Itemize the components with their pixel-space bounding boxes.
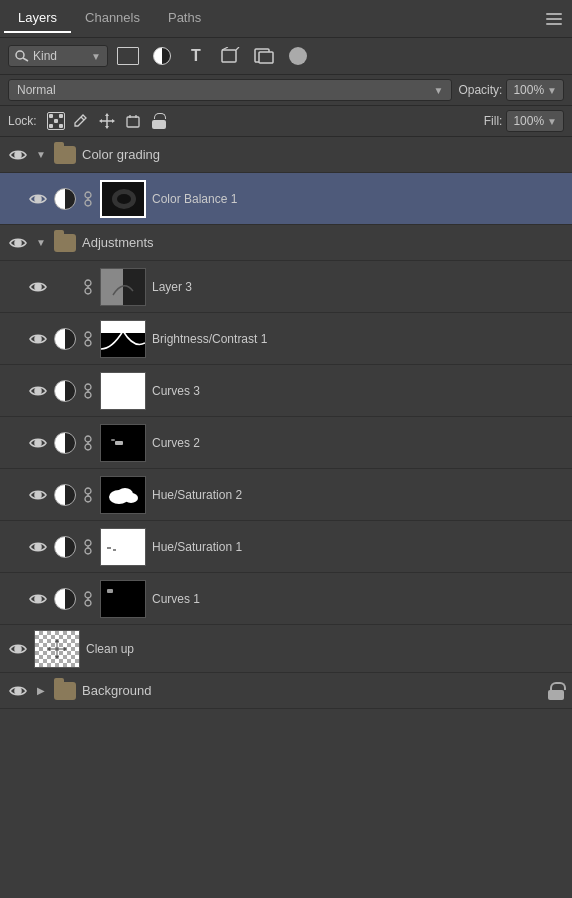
layer-curves-2[interactable]: Curves 2 (0, 417, 572, 469)
svg-point-35 (35, 388, 41, 394)
fill-label: Fill: (484, 114, 503, 128)
svg-rect-6 (259, 52, 273, 63)
eye-curves1[interactable] (28, 589, 48, 609)
eye-layer3[interactable] (28, 277, 48, 297)
eye-adjustments[interactable] (8, 233, 28, 253)
filter-shape-button[interactable] (216, 43, 244, 69)
layer-name-curves2: Curves 2 (152, 436, 564, 450)
eye-huesat1[interactable] (28, 537, 48, 557)
group-name-adjustments: Adjustments (82, 235, 154, 250)
panel-menu-button[interactable] (540, 7, 568, 31)
opacity-label: Opacity: (458, 83, 502, 97)
svg-point-24 (15, 240, 21, 246)
eye-curves3[interactable] (28, 381, 48, 401)
blend-opacity-row: Normal ▼ Opacity: 100% ▼ (0, 75, 572, 106)
folder-icon-adjustments (54, 234, 76, 252)
opacity-input[interactable]: 100% ▼ (506, 79, 564, 101)
link-icon-huesat2 (82, 484, 94, 506)
layer-curves-1[interactable]: Curves 1 (0, 573, 572, 625)
svg-rect-14 (127, 117, 139, 127)
group-adjustments[interactable]: Adjustments (0, 225, 572, 261)
eye-brightness-contrast[interactable] (28, 329, 48, 349)
fold-arrow-color-grading[interactable] (34, 148, 48, 162)
svg-point-23 (117, 194, 131, 204)
kind-row: Kind ▼ T (0, 38, 572, 75)
link-icon-brightness (82, 328, 94, 350)
svg-rect-32 (85, 340, 91, 346)
eye-curves2[interactable] (28, 433, 48, 453)
layer-name-huesat1: Hue/Saturation 1 (152, 540, 564, 554)
layer-layer3[interactable]: Layer 3 (0, 261, 572, 313)
link-icon-curves2 (82, 432, 94, 454)
layer-huesat-1[interactable]: Hue/Saturation 1 (0, 521, 572, 573)
lock-transparent-button[interactable] (47, 112, 65, 130)
layer-name-brightness-contrast: Brightness/Contrast 1 (152, 332, 564, 346)
svg-rect-43 (115, 441, 123, 445)
thumb-brightness-contrast (100, 320, 146, 358)
layer-name-color-balance-1: Color Balance 1 (152, 192, 564, 206)
svg-point-17 (15, 152, 21, 158)
svg-rect-34 (101, 321, 145, 333)
svg-rect-62 (107, 589, 113, 593)
layer-brightness-contrast-1[interactable]: Brightness/Contrast 1 (0, 313, 572, 365)
layer-color-balance-1[interactable]: Color Balance 1 (0, 173, 572, 225)
link-icon-curves1 (82, 588, 94, 610)
filter-pixel-button[interactable] (114, 43, 142, 69)
fill-input[interactable]: 100% ▼ (506, 110, 564, 132)
filter-adjustment-button[interactable] (148, 43, 176, 69)
lock-pixels-button[interactable] (71, 111, 91, 131)
thumb-layer3 (100, 268, 146, 306)
visibility-icon (29, 281, 47, 293)
layer-huesat-2[interactable]: Hue/Saturation 2 (0, 469, 572, 521)
eye-color-grading[interactable] (8, 145, 28, 165)
adjustment-icon-curves3 (54, 380, 76, 402)
svg-rect-41 (85, 444, 91, 450)
group-color-grading[interactable]: Color grading (0, 137, 572, 173)
group-name-background: Background (82, 683, 151, 698)
svg-rect-27 (85, 288, 91, 294)
svg-rect-31 (85, 332, 91, 338)
thumb-huesat2 (100, 476, 146, 514)
lock-pad-icon (152, 113, 166, 129)
svg-marker-11 (105, 126, 109, 129)
thumb-huesat1 (100, 528, 146, 566)
move-icon (99, 113, 115, 129)
lock-position-button[interactable] (97, 111, 117, 131)
fold-arrow-adjustments[interactable] (34, 236, 48, 250)
lock-all-button[interactable] (149, 111, 169, 131)
visibility-icon (29, 193, 47, 205)
opacity-arrow: ▼ (547, 85, 557, 96)
lock-artboard-button[interactable] (123, 111, 143, 131)
svg-point-18 (35, 196, 41, 202)
blend-mode-arrow: ▼ (433, 85, 443, 96)
eye-color-balance-1[interactable] (28, 189, 48, 209)
layer-name-huesat2: Hue/Saturation 2 (152, 488, 564, 502)
svg-rect-60 (85, 600, 91, 606)
adjustment-layers-icon (153, 47, 171, 65)
layer-curves-3[interactable]: Curves 3 (0, 365, 572, 417)
circle-icon (289, 47, 307, 65)
link-icon-layer3 (82, 276, 94, 298)
eye-huesat2[interactable] (28, 485, 48, 505)
fold-arrow-background[interactable] (34, 684, 48, 698)
adjustment-icon-curves1 (54, 588, 76, 610)
filter-smart-button[interactable] (250, 43, 278, 69)
eye-background[interactable] (8, 681, 28, 701)
filter-extra-button[interactable] (284, 43, 312, 69)
eye-cleanup[interactable] (8, 639, 28, 659)
svg-rect-46 (85, 488, 91, 494)
filter-type-button[interactable]: T (182, 43, 210, 69)
blend-mode-dropdown[interactable]: Normal ▼ (8, 79, 452, 101)
tab-channels[interactable]: Channels (71, 4, 154, 33)
svg-point-45 (35, 492, 41, 498)
svg-rect-20 (85, 200, 91, 206)
layer-cleanup[interactable]: Clean up (0, 625, 572, 673)
tab-layers[interactable]: Layers (4, 4, 71, 33)
thumb-curves3 (100, 372, 146, 410)
svg-line-7 (81, 117, 84, 120)
tab-paths[interactable]: Paths (154, 4, 215, 33)
fill-group: Fill: 100% ▼ (484, 110, 564, 132)
kind-dropdown[interactable]: Kind ▼ (8, 45, 108, 67)
group-background[interactable]: Background (0, 673, 572, 709)
adjustment-icon-brightness (54, 328, 76, 350)
